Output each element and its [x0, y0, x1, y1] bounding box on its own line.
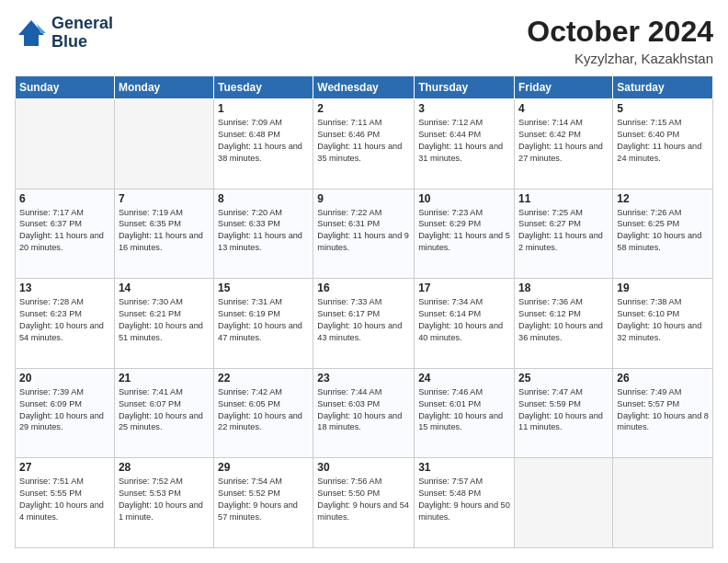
- logo-line1: General: [51, 15, 113, 33]
- day-number: 28: [119, 461, 210, 474]
- sunset-label: Sunset: 6:27 PM: [518, 219, 581, 228]
- sunset-label: Sunset: 6:14 PM: [418, 309, 481, 318]
- day-info: Sunrise: 7:30 AM Sunset: 6:21 PM Dayligh…: [119, 296, 210, 344]
- sunrise-label: Sunrise: 7:28 AM: [19, 297, 84, 306]
- day-info: Sunrise: 7:14 AM Sunset: 6:42 PM Dayligh…: [518, 117, 609, 165]
- calendar-cell: 22 Sunrise: 7:42 AM Sunset: 6:05 PM Dayl…: [214, 368, 313, 458]
- daylight-label: Daylight: 11 hours and 24 minutes.: [617, 142, 701, 163]
- day-number: 1: [218, 102, 309, 115]
- calendar-week-row: 6 Sunrise: 7:17 AM Sunset: 6:37 PM Dayli…: [16, 189, 713, 279]
- day-info: Sunrise: 7:34 AM Sunset: 6:14 PM Dayligh…: [418, 296, 510, 344]
- weekday-header-row: SundayMondayTuesdayWednesdayThursdayFrid…: [16, 76, 713, 99]
- daylight-label: Daylight: 11 hours and 2 minutes.: [518, 231, 603, 252]
- sunrise-label: Sunrise: 7:42 AM: [218, 387, 282, 396]
- daylight-label: Daylight: 10 hours and 43 minutes.: [317, 321, 402, 342]
- daylight-label: Daylight: 10 hours and 4 minutes.: [19, 500, 104, 522]
- sunset-label: Sunset: 6:12 PM: [518, 309, 581, 318]
- daylight-label: Daylight: 10 hours and 47 minutes.: [218, 321, 302, 342]
- day-info: Sunrise: 7:26 AM Sunset: 6:25 PM Dayligh…: [617, 207, 709, 255]
- daylight-label: Daylight: 10 hours and 29 minutes.: [19, 411, 104, 432]
- day-number: 2: [317, 102, 410, 115]
- sunset-label: Sunset: 6:19 PM: [218, 309, 280, 318]
- calendar-cell: 14 Sunrise: 7:30 AM Sunset: 6:21 PM Dayl…: [114, 279, 213, 369]
- day-info: Sunrise: 7:36 AM Sunset: 6:12 PM Dayligh…: [518, 296, 609, 344]
- day-info: Sunrise: 7:38 AM Sunset: 6:10 PM Dayligh…: [617, 296, 709, 344]
- location-title: Kyzylzhar, Kazakhstan: [527, 51, 713, 66]
- weekday-header-tuesday: Tuesday: [214, 76, 313, 99]
- calendar-cell: 15 Sunrise: 7:31 AM Sunset: 6:19 PM Dayl…: [214, 279, 313, 369]
- sunset-label: Sunset: 5:57 PM: [617, 399, 679, 408]
- day-info: Sunrise: 7:28 AM Sunset: 6:23 PM Dayligh…: [19, 296, 110, 344]
- day-number: 3: [418, 102, 510, 115]
- day-number: 10: [418, 192, 510, 205]
- calendar-cell: 4 Sunrise: 7:14 AM Sunset: 6:42 PM Dayli…: [515, 99, 613, 190]
- sunrise-label: Sunrise: 7:30 AM: [119, 297, 183, 306]
- sunrise-label: Sunrise: 7:11 AM: [317, 118, 381, 127]
- day-info: Sunrise: 7:39 AM Sunset: 6:09 PM Dayligh…: [19, 386, 110, 434]
- day-number: 20: [19, 372, 110, 385]
- sunrise-label: Sunrise: 7:15 AM: [617, 118, 681, 127]
- sunset-label: Sunset: 6:17 PM: [317, 309, 380, 318]
- sunset-label: Sunset: 6:09 PM: [19, 399, 82, 408]
- day-number: 23: [317, 372, 410, 385]
- sunrise-label: Sunrise: 7:31 AM: [218, 297, 282, 306]
- calendar-cell: [613, 458, 713, 548]
- daylight-label: Daylight: 10 hours and 11 minutes.: [518, 411, 603, 432]
- day-number: 16: [317, 282, 410, 294]
- sunrise-label: Sunrise: 7:23 AM: [418, 208, 483, 217]
- daylight-label: Daylight: 11 hours and 31 minutes.: [418, 142, 503, 163]
- calendar-cell: 9 Sunrise: 7:22 AM Sunset: 6:31 PM Dayli…: [313, 189, 415, 279]
- sunset-label: Sunset: 6:05 PM: [218, 399, 280, 408]
- daylight-label: Daylight: 9 hours and 54 minutes.: [317, 500, 409, 522]
- sunset-label: Sunset: 6:40 PM: [617, 130, 679, 139]
- calendar-cell: 29 Sunrise: 7:54 AM Sunset: 5:52 PM Dayl…: [214, 458, 313, 548]
- sunrise-label: Sunrise: 7:14 AM: [518, 118, 583, 127]
- day-info: Sunrise: 7:22 AM Sunset: 6:31 PM Dayligh…: [317, 207, 410, 255]
- day-info: Sunrise: 7:51 AM Sunset: 5:55 PM Dayligh…: [19, 476, 110, 523]
- sunset-label: Sunset: 6:33 PM: [218, 219, 280, 228]
- calendar-cell: 8 Sunrise: 7:20 AM Sunset: 6:33 PM Dayli…: [214, 189, 313, 279]
- calendar-cell: 27 Sunrise: 7:51 AM Sunset: 5:55 PM Dayl…: [16, 458, 115, 548]
- daylight-label: Daylight: 10 hours and 40 minutes.: [418, 321, 503, 342]
- calendar-cell: 1 Sunrise: 7:09 AM Sunset: 6:48 PM Dayli…: [214, 99, 313, 190]
- day-number: 9: [317, 192, 410, 205]
- sunrise-label: Sunrise: 7:51 AM: [19, 477, 84, 486]
- day-number: 21: [119, 372, 210, 385]
- day-number: 6: [19, 192, 110, 205]
- sunset-label: Sunset: 6:21 PM: [119, 309, 181, 318]
- sunset-label: Sunset: 5:53 PM: [119, 488, 181, 498]
- sunset-label: Sunset: 5:48 PM: [418, 488, 481, 498]
- sunset-label: Sunset: 6:25 PM: [617, 219, 679, 228]
- sunset-label: Sunset: 5:59 PM: [518, 399, 581, 408]
- sunset-label: Sunset: 6:31 PM: [317, 219, 380, 228]
- calendar-week-row: 1 Sunrise: 7:09 AM Sunset: 6:48 PM Dayli…: [16, 99, 713, 190]
- day-info: Sunrise: 7:46 AM Sunset: 6:01 PM Dayligh…: [418, 386, 510, 434]
- calendar-cell: [515, 458, 613, 548]
- day-info: Sunrise: 7:42 AM Sunset: 6:05 PM Dayligh…: [218, 386, 309, 434]
- day-info: Sunrise: 7:54 AM Sunset: 5:52 PM Dayligh…: [218, 476, 309, 523]
- daylight-label: Daylight: 10 hours and 15 minutes.: [418, 411, 503, 432]
- daylight-label: Daylight: 10 hours and 22 minutes.: [218, 411, 302, 432]
- daylight-label: Daylight: 10 hours and 8 minutes.: [617, 411, 709, 432]
- sunset-label: Sunset: 6:29 PM: [418, 219, 481, 228]
- day-number: 17: [418, 282, 510, 294]
- day-info: Sunrise: 7:15 AM Sunset: 6:40 PM Dayligh…: [617, 117, 709, 165]
- day-number: 26: [617, 372, 709, 385]
- day-number: 30: [317, 461, 410, 474]
- calendar-cell: 2 Sunrise: 7:11 AM Sunset: 6:46 PM Dayli…: [313, 99, 415, 190]
- logo-line2: Blue: [51, 33, 113, 52]
- daylight-label: Daylight: 10 hours and 18 minutes.: [317, 411, 402, 432]
- calendar-cell: 23 Sunrise: 7:44 AM Sunset: 6:03 PM Dayl…: [313, 368, 415, 458]
- sunrise-label: Sunrise: 7:49 AM: [617, 387, 681, 396]
- weekday-header-saturday: Saturday: [613, 76, 713, 99]
- calendar-cell: 13 Sunrise: 7:28 AM Sunset: 6:23 PM Dayl…: [16, 279, 115, 369]
- sunset-label: Sunset: 6:48 PM: [218, 130, 280, 139]
- sunrise-label: Sunrise: 7:56 AM: [317, 477, 381, 486]
- day-number: 13: [19, 282, 110, 294]
- sunset-label: Sunset: 6:10 PM: [617, 309, 679, 318]
- daylight-label: Daylight: 11 hours and 38 minutes.: [218, 142, 302, 163]
- daylight-label: Daylight: 11 hours and 9 minutes.: [317, 231, 409, 252]
- calendar-cell: 3 Sunrise: 7:12 AM Sunset: 6:44 PM Dayli…: [415, 99, 515, 190]
- day-info: Sunrise: 7:49 AM Sunset: 5:57 PM Dayligh…: [617, 386, 709, 434]
- day-number: 25: [518, 372, 609, 385]
